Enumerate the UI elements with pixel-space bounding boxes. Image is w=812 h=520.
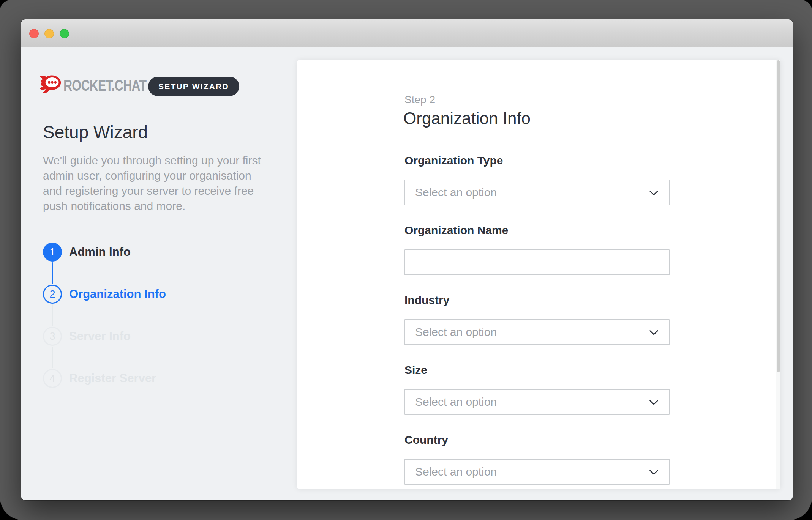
rocketchat-logo-icon — [39, 74, 61, 94]
select-placeholder: Select an option — [415, 460, 497, 484]
zoom-window-button[interactable] — [60, 29, 69, 38]
sidebar-step-register-server: Register Server — [69, 369, 156, 388]
chevron-down-icon — [649, 470, 659, 475]
scrollbar-thumb[interactable] — [777, 60, 780, 372]
minimize-window-button[interactable] — [44, 29, 54, 38]
select-placeholder: Select an option — [415, 180, 497, 205]
select-placeholder: Select an option — [415, 390, 497, 414]
brand-wordmark: ROCKET.CHAT — [63, 77, 146, 94]
chevron-down-icon — [649, 190, 659, 196]
app-window: ROCKET.CHAT SETUP WIZARD Setup Wizard We… — [21, 19, 793, 500]
step-number: 3 — [44, 328, 61, 345]
wizard-step-panel: Step 2 Organization Info Organization Ty… — [297, 60, 780, 489]
sidebar-step-server-info: Server Info — [69, 327, 131, 346]
description-line: We'll guide you through setting up your … — [43, 153, 261, 168]
sidebar-step-admin-info[interactable]: Admin Info — [69, 243, 131, 262]
step-1-indicator[interactable]: 1 — [43, 243, 62, 262]
industry-select[interactable]: Select an option — [404, 319, 670, 345]
organization-name-label: Organization Name — [404, 224, 508, 237]
country-label: Country — [404, 433, 448, 446]
size-select[interactable]: Select an option — [404, 389, 670, 415]
step-connector — [52, 347, 53, 368]
size-label: Size — [404, 364, 427, 377]
step-number: 1 — [49, 246, 55, 258]
step-caption: Step 2 — [404, 94, 435, 106]
description-line: admin user, configuring your organisatio… — [43, 168, 261, 183]
close-window-button[interactable] — [29, 29, 39, 38]
step-4-indicator: 4 — [43, 369, 62, 388]
organization-name-input[interactable] — [404, 249, 670, 275]
sidebar-description: We'll guide you through setting up your … — [43, 153, 261, 214]
industry-label: Industry — [404, 294, 449, 307]
description-line: push notifications and more. — [43, 199, 261, 214]
window-titlebar[interactable] — [21, 19, 793, 47]
step-number: 2 — [44, 286, 61, 303]
step-connector-done — [52, 262, 53, 284]
select-placeholder: Select an option — [415, 320, 497, 344]
description-line: and registering your server to receive f… — [43, 183, 261, 199]
scrollbar-track[interactable] — [776, 60, 780, 489]
chevron-down-icon — [649, 400, 659, 405]
page-title: Organization Info — [403, 109, 531, 128]
sidebar-step-organization-info[interactable]: Organization Info — [69, 285, 166, 304]
step-connector — [52, 304, 53, 326]
chevron-down-icon — [649, 330, 659, 336]
step-3-indicator: 3 — [43, 327, 62, 346]
country-select[interactable]: Select an option — [404, 459, 670, 485]
setup-wizard-badge: SETUP WIZARD — [148, 77, 239, 96]
step-number: 4 — [44, 370, 61, 387]
sidebar-title: Setup Wizard — [43, 122, 148, 142]
organization-type-label: Organization Type — [404, 154, 503, 167]
organization-type-select[interactable]: Select an option — [404, 180, 670, 205]
step-2-indicator[interactable]: 2 — [43, 285, 62, 304]
screenshot-background: ROCKET.CHAT SETUP WIZARD Setup Wizard We… — [0, 0, 812, 520]
